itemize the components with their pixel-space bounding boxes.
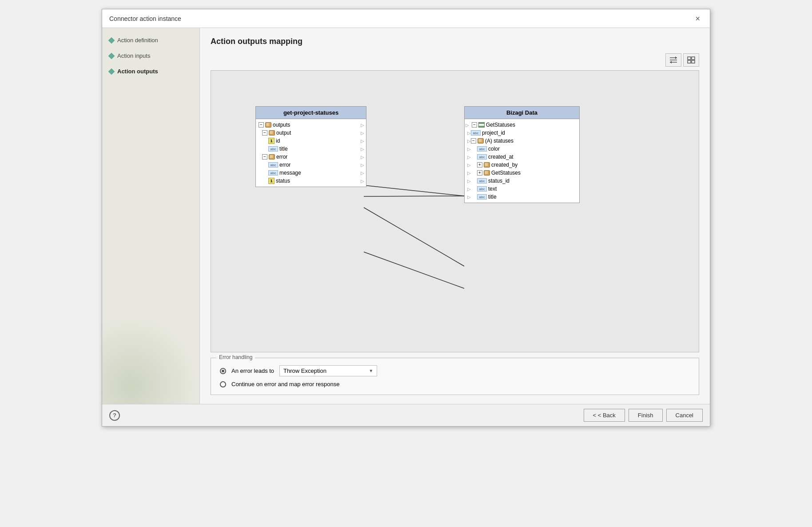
row-label: color [488, 146, 500, 152]
row-label: id [276, 138, 280, 144]
radio-error-leads-to[interactable] [220, 368, 226, 374]
throw-exception-dropdown[interactable]: Throw Exception ▼ [279, 365, 377, 376]
row-label: output [276, 130, 291, 136]
row-label: text [488, 186, 497, 192]
port-arrow[interactable]: ▷ [361, 163, 364, 168]
abc-icon: abc [477, 178, 487, 184]
abc-icon: abc [268, 146, 278, 152]
table-row: ▷ abc status_id [465, 177, 579, 185]
port-arrow[interactable]: ▷ [467, 171, 471, 176]
port-arrow[interactable]: ▷ [361, 123, 364, 128]
abc-icon: abc [477, 186, 487, 192]
table-row: − output ▷ [256, 129, 366, 137]
port-arrow[interactable]: ▷ [361, 147, 364, 152]
table-row: abc error ▷ [256, 161, 366, 169]
svg-rect-7 [688, 60, 691, 63]
expand-icon[interactable]: + [477, 170, 482, 176]
table-row: ▷ + created_by [465, 161, 579, 169]
expand-icon[interactable]: + [477, 162, 482, 168]
table-row: abc message ▷ [256, 169, 366, 177]
abc-icon: abc [268, 170, 278, 176]
dialog-title: Connector action instance [109, 15, 181, 22]
table-row: ▷ abc text [465, 185, 579, 193]
target-table-header: Bizagi Data [465, 107, 579, 119]
radio-continue-on-error[interactable] [220, 381, 226, 387]
abc-icon: abc [477, 154, 487, 160]
dropdown-arrow-icon: ▼ [369, 368, 373, 373]
port-arrow[interactable]: ▷ [467, 195, 471, 200]
abc-icon: abc [477, 146, 487, 152]
cancel-button[interactable]: Cancel [666, 409, 703, 422]
sidebar-diamond-icon [108, 37, 115, 43]
svg-rect-5 [688, 57, 691, 60]
sidebar-item-label: Action outputs [117, 68, 158, 75]
port-arrow[interactable]: ▷ [467, 179, 471, 184]
error-handling-row2: Continue on error and map error response [220, 381, 690, 387]
svg-line-9 [364, 185, 464, 196]
svg-line-11 [364, 208, 464, 266]
port-arrow[interactable]: ▷ [361, 139, 364, 144]
sidebar-item-action-inputs[interactable]: Action inputs [109, 52, 192, 59]
toolbar [211, 53, 699, 67]
error-handling-section: Error handling An error leads to Throw E… [211, 358, 699, 395]
port-arrow[interactable]: ▷ [467, 147, 471, 152]
toolbar-mapping-btn[interactable] [665, 53, 681, 67]
port-arrow[interactable]: ▷ [361, 171, 364, 176]
mapping-canvas: get-project-statuses − outputs ▷ − [211, 70, 699, 352]
sidebar-item-label: Action definition [117, 37, 158, 44]
row-label: GetStatuses [491, 170, 521, 176]
expand-icon[interactable]: − [259, 122, 264, 128]
table-row: − outputs ▷ [256, 121, 366, 129]
page-title: Action outputs mapping [211, 37, 699, 46]
port-arrow[interactable]: ▷ [361, 131, 364, 136]
port-arrow[interactable]: ▷ [361, 155, 364, 160]
abc-icon: abc [477, 194, 487, 200]
abc-icon: abc [268, 162, 278, 168]
table-row: 1 id ▷ [256, 137, 366, 145]
target-table-body: ▷ − GetStatuses ▷ abc project_id [465, 119, 579, 203]
expand-icon[interactable]: − [472, 122, 477, 128]
table-row: ▷ abc project_id [465, 129, 579, 137]
target-table: Bizagi Data ▷ − GetStatuses ▷ [464, 106, 580, 203]
row-label: message [279, 170, 301, 176]
toolbar-layout-btn[interactable] [683, 53, 699, 67]
port-arrow[interactable]: ▷ [467, 155, 471, 160]
row-label: project_id [482, 130, 505, 136]
sidebar-item-action-definition[interactable]: Action definition [109, 37, 192, 44]
expand-icon[interactable]: − [262, 154, 267, 160]
row-label: title [488, 194, 497, 200]
num-icon: 1 [268, 178, 275, 184]
row-label: error [279, 162, 291, 168]
port-arrow[interactable]: ▷ [467, 187, 471, 192]
svg-marker-3 [675, 56, 677, 59]
port-arrow[interactable]: ▷ [467, 139, 471, 144]
sidebar-diamond-icon [108, 68, 115, 74]
port-arrow[interactable]: ▷ [466, 123, 469, 128]
table-row: ▷ abc color [465, 145, 579, 153]
sidebar-item-action-outputs[interactable]: Action outputs [109, 68, 192, 75]
svg-rect-8 [692, 60, 695, 63]
row-label: (A) statuses [485, 138, 513, 144]
svg-line-10 [364, 196, 464, 196]
help-button[interactable]: ? [109, 410, 120, 421]
back-button[interactable]: < < Back [584, 409, 625, 422]
radio1-label: An error leads to [231, 367, 274, 374]
port-arrow[interactable]: ▷ [467, 131, 471, 136]
port-arrow[interactable]: ▷ [361, 179, 364, 184]
dialog-body: Action definition Action inputs Action o… [102, 28, 710, 404]
abc-icon: abc [471, 130, 481, 136]
row-label: outputs [273, 122, 290, 128]
expand-icon[interactable]: − [262, 130, 267, 136]
port-arrow[interactable]: ▷ [467, 163, 471, 168]
error-handling-legend: Error handling [216, 354, 255, 360]
chain-icon [478, 138, 484, 144]
radio2-label: Continue on error and map error response [231, 381, 340, 387]
finish-button[interactable]: Finish [629, 409, 663, 422]
row-label: status [276, 178, 290, 184]
close-button[interactable]: × [693, 14, 703, 24]
expand-icon[interactable]: − [471, 138, 476, 144]
svg-line-12 [364, 252, 464, 288]
chain-icon [484, 170, 490, 176]
row-label: created_at [488, 154, 513, 160]
sidebar-item-label: Action inputs [117, 52, 150, 59]
